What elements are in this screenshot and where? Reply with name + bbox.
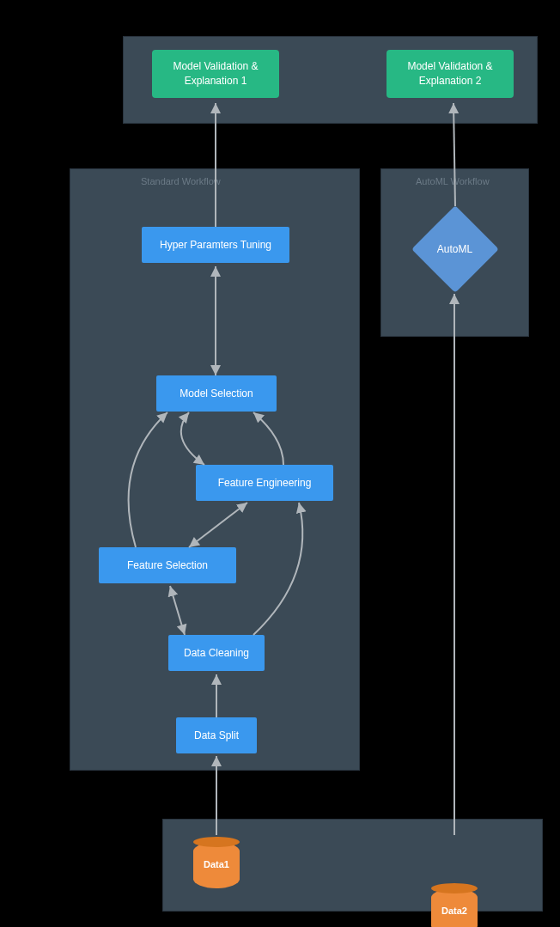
standard-workflow-label: Standard Workflow (141, 176, 221, 186)
data2-label: Data2 (441, 905, 467, 918)
feature-engineering-label: Feature Engineering (218, 476, 312, 491)
feature-selection-node: Feature Selection (99, 547, 236, 583)
data1-label: Data1 (204, 858, 229, 871)
model-validation-2-label: Model Validation & Explanation 2 (393, 59, 507, 88)
model-validation-1-node: Model Validation & Explanation 1 (152, 50, 279, 98)
data2-cylinder: Data2 (431, 888, 478, 927)
data-cleaning-label: Data Cleaning (184, 646, 249, 661)
model-selection-node: Model Selection (156, 375, 277, 412)
automl-workflow-label: AutoML Workflow (416, 176, 490, 186)
automl-label: AutoML (437, 242, 472, 257)
data-split-label: Data Split (194, 729, 239, 743)
data-cleaning-node: Data Cleaning (168, 635, 265, 671)
hyper-params-node: Hyper Paramters Tuning (142, 227, 289, 263)
feature-engineering-node: Feature Engineering (196, 465, 333, 501)
feature-selection-label: Feature Selection (127, 558, 208, 573)
hyper-params-label: Hyper Paramters Tuning (160, 238, 271, 253)
model-validation-1-label: Model Validation & Explanation 1 (159, 59, 272, 88)
data-split-node: Data Split (176, 717, 257, 753)
data1-cylinder: Data1 (193, 842, 240, 888)
model-selection-label: Model Selection (180, 387, 253, 401)
model-validation-2-node: Model Validation & Explanation 2 (387, 50, 514, 98)
